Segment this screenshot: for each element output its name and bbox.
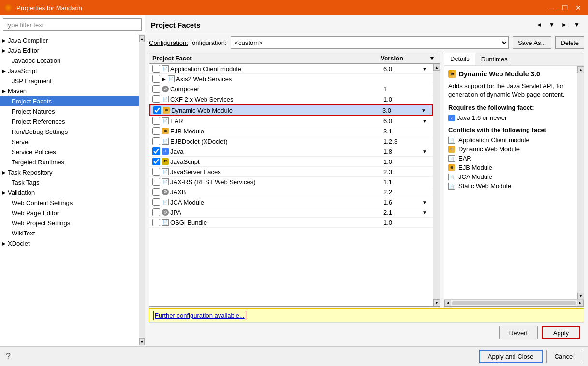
facet-dropdown[interactable]: ▼ <box>422 149 430 154</box>
facet-row-java[interactable]: JJava1.8▼ <box>149 146 433 157</box>
facet-checkbox-ear[interactable] <box>152 117 160 125</box>
further-config-link[interactable]: Further configuration available... <box>153 311 246 320</box>
apply-button[interactable]: Apply <box>542 326 580 339</box>
facet-dropdown[interactable]: ▼ <box>422 118 430 124</box>
facet-version: 2.1 <box>383 209 422 216</box>
scroll-up-arrow[interactable]: ▲ <box>139 35 145 42</box>
details-scrollbar[interactable]: ▲ ▼ <box>577 66 584 299</box>
facet-row-app-client[interactable]: 📄Application Client module6.0▼ <box>149 64 433 74</box>
facet-row-jaxb[interactable]: ⚙JAXB2.2 <box>149 187 433 197</box>
sidebar-item-javascript[interactable]: ▶JavaScript <box>0 66 139 76</box>
facet-checkbox-javascript[interactable] <box>152 158 160 165</box>
details-scroll-up[interactable]: ▲ <box>577 66 584 73</box>
sidebar-item-label: Project References <box>12 118 65 125</box>
sidebar-item-javadoc-location[interactable]: Javadoc Location <box>0 56 139 66</box>
facet-checkbox-jax-rs[interactable] <box>152 178 160 186</box>
facet-scrollbar[interactable]: ▲ ▼ <box>433 64 440 306</box>
sidebar-item-xdoclet[interactable]: ▶XDoclet <box>0 238 139 249</box>
facet-name: JavaScript <box>170 158 383 165</box>
config-select[interactable]: <custom> <box>231 36 509 49</box>
sidebar-item-jsp-fragment[interactable]: JSP Fragment <box>0 76 139 86</box>
sidebar-item-label: Task Repository <box>8 169 52 176</box>
tab-details[interactable]: Details <box>444 53 475 65</box>
sidebar-item-task-tags[interactable]: Task Tags <box>0 177 139 188</box>
facet-checkbox-osgi[interactable] <box>152 219 160 226</box>
facet-checkbox-jsf[interactable] <box>152 168 160 176</box>
sidebar-item-server[interactable]: Server <box>0 137 139 147</box>
facet-checkbox-composer[interactable] <box>152 85 160 93</box>
sidebar-item-validation[interactable]: ▶Validation <box>0 188 139 198</box>
facet-dropdown[interactable]: ▼ <box>422 200 430 205</box>
help-icon[interactable]: ? <box>6 351 11 362</box>
facet-row-jax-rs[interactable]: 📄JAX-RS (REST Web Services)1.1 <box>149 177 433 187</box>
scroll-down-arrow[interactable]: ▼ <box>139 338 145 345</box>
facet-dropdown[interactable]: ▼ <box>422 210 430 215</box>
facet-checkbox-cxf[interactable] <box>152 95 160 103</box>
facet-row-dynamic-web[interactable]: ⊕Dynamic Web Module3.0▼ <box>149 104 433 116</box>
facet-checkbox-jpa[interactable] <box>152 208 160 216</box>
facet-checkbox-jca[interactable] <box>152 198 160 206</box>
sidebar-item-project-references[interactable]: Project References <box>0 117 139 127</box>
facet-row-javascript[interactable]: JSJavaScript1.0 <box>149 157 433 167</box>
hscroll-right[interactable]: ► <box>577 300 584 307</box>
facet-row-jsf[interactable]: 📄JavaServer Faces2.3 <box>149 167 433 177</box>
sidebar-item-web-page-editor[interactable]: Web Page Editor <box>0 208 139 218</box>
sidebar-item-task-repository[interactable]: ▶Task Repository <box>0 167 139 177</box>
config-label-rest: onfiguration: <box>192 39 227 46</box>
delete-button[interactable]: Delete <box>555 36 584 49</box>
close-button[interactable]: ✕ <box>573 2 584 14</box>
sidebar-item-project-facets[interactable]: Project Facets <box>0 96 139 106</box>
facet-checkbox-dynamic-web[interactable] <box>153 106 161 114</box>
expand-icon[interactable]: ▶ <box>162 76 166 82</box>
facet-name: JPA <box>170 209 383 216</box>
sidebar-item-service-policies[interactable]: Service Policies <box>0 147 139 157</box>
cancel-button[interactable]: Cancel <box>546 350 582 363</box>
nav-dropdown-button[interactable]: ▼ <box>546 19 557 30</box>
facet-dropdown[interactable]: ▼ <box>421 108 429 113</box>
sidebar-item-web-project-settings[interactable]: Web Project Settings <box>0 218 139 228</box>
search-input[interactable] <box>3 18 142 31</box>
facet-row-ejb[interactable]: ⊕EJB Module3.1 <box>149 126 433 136</box>
facet-row-cxf[interactable]: 📄CXF 2.x Web Services1.0 <box>149 94 433 104</box>
facet-checkbox-app-client[interactable] <box>152 65 160 73</box>
sidebar-item-targeted-runtimes[interactable]: Targeted Runtimes <box>0 157 139 167</box>
nav-menu-button[interactable]: ▼ <box>572 19 582 30</box>
tab-runtimes[interactable]: Runtimes <box>475 53 514 65</box>
facet-checkbox-axis2[interactable] <box>152 75 160 83</box>
facet-row-ear[interactable]: 📄EAR6.0▼ <box>149 116 433 126</box>
sidebar-item-wikitext[interactable]: WikiText <box>0 228 139 238</box>
facet-row-jpa[interactable]: ⚙JPA2.1▼ <box>149 207 433 218</box>
facet-checkbox-ejbdoclet[interactable] <box>152 137 160 145</box>
details-scroll-down[interactable]: ▼ <box>577 293 584 299</box>
facet-dropdown[interactable]: ▼ <box>422 66 430 72</box>
facet-checkbox-java[interactable] <box>152 147 160 155</box>
maximize-button[interactable]: ☐ <box>559 2 571 14</box>
sidebar-item-maven[interactable]: ▶Maven <box>0 86 139 96</box>
sidebar-scrollbar[interactable]: ▲ ▼ <box>139 34 145 346</box>
nav-back-button[interactable]: ◄ <box>534 19 544 30</box>
facet-checkbox-ejb[interactable] <box>152 127 160 135</box>
facet-row-jca[interactable]: 📄JCA Module1.6▼ <box>149 197 433 207</box>
revert-button[interactable]: Revert <box>499 326 538 339</box>
facet-table-header: Project Facet Version ▼ <box>149 53 440 64</box>
details-hscrollbar[interactable]: ◄ ► <box>444 299 584 306</box>
facet-row-ejbdoclet[interactable]: 📄EJBDoclet (XDoclet)1.2.3 <box>149 136 433 146</box>
sidebar-item-project-natures[interactable]: Project Natures <box>0 106 139 117</box>
sidebar-item-run-debug-settings[interactable]: Run/Debug Settings <box>0 127 139 137</box>
facet-row-composer[interactable]: ⚙Composer1 <box>149 84 433 94</box>
apply-and-close-button[interactable]: Apply and Close <box>479 350 543 363</box>
facet-checkbox-jaxb[interactable] <box>152 188 160 196</box>
page-title: Project Facets <box>151 21 201 29</box>
facet-scroll-up[interactable]: ▲ <box>433 64 440 71</box>
facet-scroll-down[interactable]: ▼ <box>433 299 440 306</box>
save-as-button[interactable]: Save As... <box>513 36 552 49</box>
facet-row-axis2[interactable]: ▶📄Axis2 Web Services <box>149 74 433 84</box>
sidebar-item-java-editor[interactable]: ▶Java Editor <box>0 45 139 56</box>
hscroll-left[interactable]: ◄ <box>444 300 451 307</box>
facet-row-osgi[interactable]: 📄OSGi Bundle1.0 <box>149 218 433 228</box>
col-project-facet: Project Facet <box>152 55 381 62</box>
minimize-button[interactable]: ─ <box>545 2 557 14</box>
sidebar-item-java-compiler[interactable]: ▶Java Compiler <box>0 35 139 45</box>
sidebar-item-web-content-settings[interactable]: Web Content Settings <box>0 198 139 208</box>
nav-forward-button[interactable]: ► <box>559 19 570 30</box>
